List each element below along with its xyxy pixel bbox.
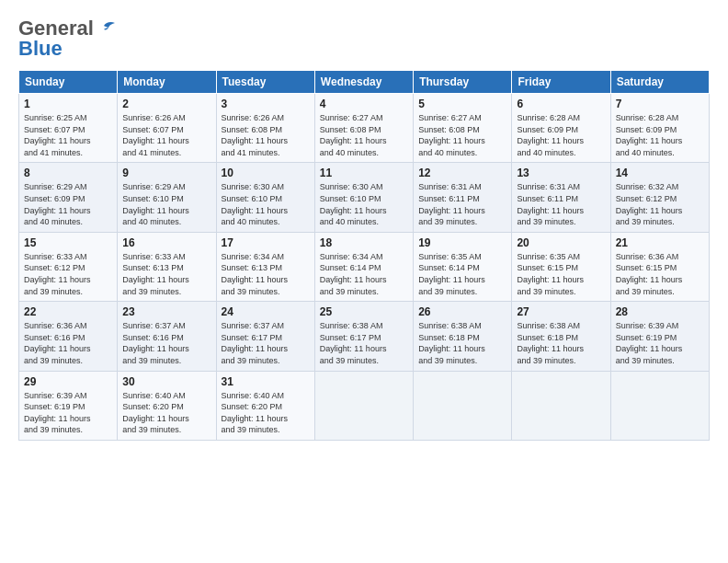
day-number: 23 xyxy=(122,305,210,318)
day-info: Sunrise: 6:38 AMSunset: 6:18 PMDaylight:… xyxy=(418,321,485,365)
day-number: 3 xyxy=(222,98,310,110)
calendar-cell: 10 Sunrise: 6:30 AMSunset: 6:10 PMDaylig… xyxy=(216,163,314,232)
calendar-cell: 1 Sunrise: 6:25 AMSunset: 6:07 PMDayligh… xyxy=(19,94,118,163)
day-info: Sunrise: 6:29 AMSunset: 6:10 PMDaylight:… xyxy=(122,182,189,226)
day-number: 1 xyxy=(24,98,112,110)
day-info: Sunrise: 6:30 AMSunset: 6:10 PMDaylight:… xyxy=(320,182,387,226)
calendar-cell: 27 Sunrise: 6:38 AMSunset: 6:18 PMDaylig… xyxy=(512,302,610,371)
calendar-cell: 15 Sunrise: 6:33 AMSunset: 6:12 PMDaylig… xyxy=(19,232,118,301)
day-number: 24 xyxy=(222,305,310,318)
calendar-cell: 21 Sunrise: 6:36 AMSunset: 6:15 PMDaylig… xyxy=(610,232,709,301)
day-number: 27 xyxy=(517,305,605,318)
day-number: 26 xyxy=(418,305,506,318)
calendar-header-saturday: Saturday xyxy=(610,71,709,94)
day-info: Sunrise: 6:37 AMSunset: 6:16 PMDaylight:… xyxy=(122,321,189,365)
calendar-header-thursday: Thursday xyxy=(414,71,512,94)
calendar-table: SundayMondayTuesdayWednesdayThursdayFrid… xyxy=(18,70,710,441)
calendar-header-sunday: Sunday xyxy=(19,71,118,94)
day-info: Sunrise: 6:31 AMSunset: 6:11 PMDaylight:… xyxy=(517,182,584,226)
calendar-cell: 5 Sunrise: 6:27 AMSunset: 6:08 PMDayligh… xyxy=(414,94,512,163)
calendar-cell: 24 Sunrise: 6:37 AMSunset: 6:17 PMDaylig… xyxy=(216,302,314,371)
day-number: 6 xyxy=(517,98,605,110)
calendar-week-4: 22 Sunrise: 6:36 AMSunset: 6:16 PMDaylig… xyxy=(19,302,710,371)
day-info: Sunrise: 6:40 AMSunset: 6:20 PMDaylight:… xyxy=(122,391,189,435)
day-number: 19 xyxy=(418,236,506,249)
day-number: 7 xyxy=(616,98,704,110)
day-number: 5 xyxy=(418,98,506,110)
day-info: Sunrise: 6:38 AMSunset: 6:17 PMDaylight:… xyxy=(320,321,387,365)
day-info: Sunrise: 6:37 AMSunset: 6:17 PMDaylight:… xyxy=(222,321,289,365)
day-number: 11 xyxy=(320,167,408,179)
logo-bird-icon xyxy=(97,17,117,37)
calendar-header-friday: Friday xyxy=(512,71,610,94)
calendar-cell: 28 Sunrise: 6:39 AMSunset: 6:19 PMDaylig… xyxy=(610,302,709,371)
day-info: Sunrise: 6:36 AMSunset: 6:15 PMDaylight:… xyxy=(616,252,683,296)
calendar-cell: 20 Sunrise: 6:35 AMSunset: 6:15 PMDaylig… xyxy=(512,232,610,301)
day-number: 4 xyxy=(320,98,408,110)
calendar-cell: 14 Sunrise: 6:32 AMSunset: 6:12 PMDaylig… xyxy=(610,163,709,232)
day-number: 29 xyxy=(24,375,112,388)
day-info: Sunrise: 6:26 AMSunset: 6:07 PMDaylight:… xyxy=(122,113,189,157)
day-info: Sunrise: 6:34 AMSunset: 6:13 PMDaylight:… xyxy=(222,252,289,296)
day-info: Sunrise: 6:29 AMSunset: 6:09 PMDaylight:… xyxy=(24,182,91,226)
day-number: 14 xyxy=(616,167,704,179)
day-number: 15 xyxy=(24,236,112,249)
calendar-cell: 17 Sunrise: 6:34 AMSunset: 6:13 PMDaylig… xyxy=(216,232,314,301)
day-info: Sunrise: 6:39 AMSunset: 6:19 PMDaylight:… xyxy=(616,321,683,365)
calendar-cell xyxy=(414,371,512,440)
calendar-week-3: 15 Sunrise: 6:33 AMSunset: 6:12 PMDaylig… xyxy=(19,232,710,301)
calendar-header-tuesday: Tuesday xyxy=(216,71,314,94)
calendar-cell: 8 Sunrise: 6:29 AMSunset: 6:09 PMDayligh… xyxy=(19,163,118,232)
day-number: 28 xyxy=(616,305,704,318)
calendar-header-monday: Monday xyxy=(118,71,216,94)
calendar-header-row: SundayMondayTuesdayWednesdayThursdayFrid… xyxy=(19,71,710,94)
day-info: Sunrise: 6:39 AMSunset: 6:19 PMDaylight:… xyxy=(24,391,91,435)
day-info: Sunrise: 6:30 AMSunset: 6:10 PMDaylight:… xyxy=(222,182,289,226)
calendar-header-wednesday: Wednesday xyxy=(314,71,413,94)
day-info: Sunrise: 6:35 AMSunset: 6:14 PMDaylight:… xyxy=(418,252,485,296)
logo: General Blue xyxy=(18,17,117,61)
calendar-cell: 26 Sunrise: 6:38 AMSunset: 6:18 PMDaylig… xyxy=(414,302,512,371)
calendar-cell: 29 Sunrise: 6:39 AMSunset: 6:19 PMDaylig… xyxy=(19,371,118,440)
day-number: 17 xyxy=(222,236,310,249)
day-info: Sunrise: 6:28 AMSunset: 6:09 PMDaylight:… xyxy=(517,113,584,157)
calendar-cell xyxy=(314,371,413,440)
calendar-cell: 25 Sunrise: 6:38 AMSunset: 6:17 PMDaylig… xyxy=(314,302,413,371)
calendar-cell: 2 Sunrise: 6:26 AMSunset: 6:07 PMDayligh… xyxy=(118,94,216,163)
calendar-week-1: 1 Sunrise: 6:25 AMSunset: 6:07 PMDayligh… xyxy=(19,94,710,163)
day-number: 20 xyxy=(517,236,605,249)
calendar-week-5: 29 Sunrise: 6:39 AMSunset: 6:19 PMDaylig… xyxy=(19,371,710,440)
day-number: 13 xyxy=(517,167,605,179)
calendar-cell: 18 Sunrise: 6:34 AMSunset: 6:14 PMDaylig… xyxy=(314,232,413,301)
day-number: 12 xyxy=(418,167,506,179)
day-number: 16 xyxy=(122,236,210,249)
day-info: Sunrise: 6:31 AMSunset: 6:11 PMDaylight:… xyxy=(418,182,485,226)
day-number: 30 xyxy=(122,375,210,388)
calendar-cell: 3 Sunrise: 6:26 AMSunset: 6:08 PMDayligh… xyxy=(216,94,314,163)
day-info: Sunrise: 6:33 AMSunset: 6:12 PMDaylight:… xyxy=(24,252,91,296)
day-number: 31 xyxy=(222,375,310,388)
day-number: 22 xyxy=(24,305,112,318)
day-info: Sunrise: 6:26 AMSunset: 6:08 PMDaylight:… xyxy=(222,113,289,157)
day-info: Sunrise: 6:27 AMSunset: 6:08 PMDaylight:… xyxy=(418,113,485,157)
calendar-cell: 13 Sunrise: 6:31 AMSunset: 6:11 PMDaylig… xyxy=(512,163,610,232)
calendar-cell: 19 Sunrise: 6:35 AMSunset: 6:14 PMDaylig… xyxy=(414,232,512,301)
day-number: 8 xyxy=(24,167,112,179)
day-number: 2 xyxy=(122,98,210,110)
calendar-cell: 9 Sunrise: 6:29 AMSunset: 6:10 PMDayligh… xyxy=(118,163,216,232)
day-info: Sunrise: 6:35 AMSunset: 6:15 PMDaylight:… xyxy=(517,252,584,296)
day-info: Sunrise: 6:40 AMSunset: 6:20 PMDaylight:… xyxy=(222,391,289,435)
calendar-week-2: 8 Sunrise: 6:29 AMSunset: 6:09 PMDayligh… xyxy=(19,163,710,232)
calendar-cell: 30 Sunrise: 6:40 AMSunset: 6:20 PMDaylig… xyxy=(118,371,216,440)
calendar-cell: 16 Sunrise: 6:33 AMSunset: 6:13 PMDaylig… xyxy=(118,232,216,301)
calendar-cell: 23 Sunrise: 6:37 AMSunset: 6:16 PMDaylig… xyxy=(118,302,216,371)
calendar-cell: 4 Sunrise: 6:27 AMSunset: 6:08 PMDayligh… xyxy=(314,94,413,163)
day-info: Sunrise: 6:33 AMSunset: 6:13 PMDaylight:… xyxy=(122,252,189,296)
day-info: Sunrise: 6:28 AMSunset: 6:09 PMDaylight:… xyxy=(616,113,683,157)
day-number: 9 xyxy=(122,167,210,179)
day-info: Sunrise: 6:34 AMSunset: 6:14 PMDaylight:… xyxy=(320,252,387,296)
calendar-cell: 6 Sunrise: 6:28 AMSunset: 6:09 PMDayligh… xyxy=(512,94,610,163)
calendar-cell: 31 Sunrise: 6:40 AMSunset: 6:20 PMDaylig… xyxy=(216,371,314,440)
calendar-cell: 22 Sunrise: 6:36 AMSunset: 6:16 PMDaylig… xyxy=(19,302,118,371)
day-info: Sunrise: 6:27 AMSunset: 6:08 PMDaylight:… xyxy=(320,113,387,157)
